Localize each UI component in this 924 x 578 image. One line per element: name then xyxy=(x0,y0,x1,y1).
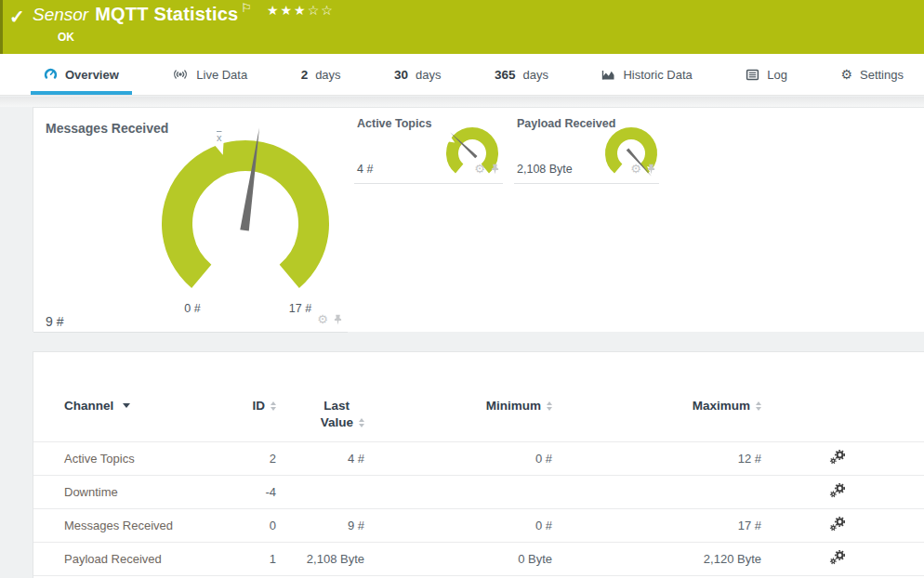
status-ok-check-icon: ✓ xyxy=(9,6,25,28)
sort-toggle-icon[interactable] xyxy=(359,418,364,427)
tab-live-data[interactable]: Live Data xyxy=(159,54,260,95)
channel-settings-cell xyxy=(761,508,914,542)
page-title: MQTT Statistics xyxy=(95,4,238,24)
tab-shadow-band xyxy=(0,97,924,107)
header-edge-strip xyxy=(0,0,3,54)
gauge-current-value: 9 # xyxy=(46,314,63,329)
tab-label: Historic Data xyxy=(623,68,692,82)
gear-icon[interactable]: ⚙ xyxy=(317,313,328,325)
channel-id: 1 xyxy=(244,542,276,575)
channel-minimum: 0 # xyxy=(364,441,552,475)
tab-30-days[interactable]: 30 days xyxy=(381,54,455,95)
channel-settings-gears-icon[interactable] xyxy=(829,517,846,534)
tab-settings[interactable]: ⚙ Settings xyxy=(827,54,917,95)
table-row: Payload Received 1 2,108 Byte 0 Byte 2,1… xyxy=(33,542,924,575)
channel-minimum: 0 Byte xyxy=(364,542,552,575)
tab-label: Overview xyxy=(65,68,119,82)
table-header-row: Channel ID Last xyxy=(33,386,924,441)
table-row: Downtime -4 xyxy=(33,475,924,508)
table-row: Active Topics 2 4 # 0 # 12 # xyxy=(33,441,924,475)
tab-2-days[interactable]: 2 days xyxy=(288,54,354,95)
table-row: Messages Received 0 9 # 0 # 17 # xyxy=(33,508,924,542)
tab-label: Live Data xyxy=(196,68,247,82)
sensor-title-line: SensorMQTT Statistics⚐★★★☆☆ xyxy=(33,4,335,25)
settings-gear-icon: ⚙ xyxy=(840,68,852,81)
channel-settings-cell xyxy=(761,542,914,575)
channel-last-value: 9 # xyxy=(276,508,364,542)
channels-table-card: Channel ID Last xyxy=(33,351,924,578)
channel-minimum: 0 # xyxy=(364,508,552,542)
tab-number: 365 xyxy=(495,68,516,82)
gauge-tile-messages-received: Messages Received x 0 # 17 # 9 # ⚙ xyxy=(33,108,348,333)
column-header-spacer xyxy=(914,386,924,441)
gauge-min-label: 0 # xyxy=(174,302,211,315)
prtg-sensor-page: ✓ SensorMQTT Statistics⚐★★★☆☆ OK Overvie… xyxy=(0,0,924,578)
priority-stars[interactable]: ★★★☆☆ xyxy=(267,3,335,18)
sensor-header: ✓ SensorMQTT Statistics⚐★★★☆☆ OK xyxy=(0,0,924,54)
channel-name: Payload Received xyxy=(33,542,244,575)
channel-name: Messages Received xyxy=(33,508,244,542)
channel-minimum xyxy=(364,475,552,508)
channel-settings-gears-icon[interactable] xyxy=(829,550,846,568)
pin-icon[interactable] xyxy=(333,314,343,325)
stars-empty: ☆☆ xyxy=(308,3,335,18)
channel-name: Downtime xyxy=(33,475,244,508)
column-header-id[interactable]: ID xyxy=(244,386,276,441)
channel-last-value: 2,108 Byte xyxy=(276,542,364,575)
tab-label: days xyxy=(416,68,441,82)
gauge-current-value: 4 # xyxy=(357,163,373,176)
channel-id: 0 xyxy=(244,508,276,542)
tab-365-days[interactable]: 365 days xyxy=(482,54,561,95)
tab-historic-data[interactable]: Historic Data xyxy=(588,54,705,95)
tab-label: days xyxy=(315,68,340,82)
gauge-current-value: 2,108 Byte xyxy=(517,163,573,176)
channel-name: Active Topics xyxy=(33,441,244,475)
pin-icon[interactable] xyxy=(646,164,656,175)
tab-number: 2 xyxy=(301,68,309,82)
tile-tools: ⚙ xyxy=(317,313,343,325)
status-badge: OK xyxy=(58,31,74,44)
channels-table: Channel ID Last xyxy=(33,386,924,576)
sort-caret-down-icon xyxy=(123,403,130,408)
gear-icon[interactable]: ⚙ xyxy=(474,163,485,175)
sort-toggle-icon[interactable] xyxy=(756,401,761,411)
column-header-maximum[interactable]: Maximum xyxy=(552,386,761,441)
average-marker-symbol: x xyxy=(217,132,222,143)
tab-label: Log xyxy=(767,68,787,82)
gear-icon[interactable]: ⚙ xyxy=(630,163,641,175)
channel-maximum: 17 # xyxy=(552,508,761,542)
live-data-icon xyxy=(172,68,189,81)
column-header-channel[interactable]: Channel xyxy=(33,386,244,441)
tile-tools: ⚙ xyxy=(630,163,656,175)
messages-received-gauge xyxy=(143,120,348,317)
sort-toggle-icon[interactable] xyxy=(271,401,276,411)
log-icon xyxy=(746,69,759,81)
gauge-tile-payload-received: Payload Received 2,108 Byte ⚙ xyxy=(514,108,659,184)
overview-content: Messages Received x 0 # 17 # 9 # ⚙ xyxy=(0,107,924,578)
channel-settings-gears-icon[interactable] xyxy=(829,483,846,501)
column-header-last-value[interactable]: Last Value xyxy=(276,386,364,441)
tab-label: Settings xyxy=(860,68,904,82)
flag-icon[interactable]: ⚐ xyxy=(241,1,252,15)
channel-id: 2 xyxy=(244,441,276,475)
tab-log[interactable]: Log xyxy=(733,54,800,95)
channel-settings-cell xyxy=(761,441,914,475)
tab-overview[interactable]: Overview xyxy=(31,54,132,95)
channel-last-value: 4 # xyxy=(276,441,364,475)
historic-data-icon xyxy=(601,69,615,81)
channel-settings-gears-icon[interactable] xyxy=(829,450,846,467)
channel-id: -4 xyxy=(244,475,276,508)
tile-tools: ⚙ xyxy=(474,163,500,175)
sort-toggle-icon[interactable] xyxy=(547,401,552,411)
channel-last-value xyxy=(276,475,364,508)
tab-number: 30 xyxy=(394,68,408,82)
gauge-title: Active Topics xyxy=(357,117,431,130)
column-header-minimum[interactable]: Minimum xyxy=(364,386,552,441)
overview-gauge-icon xyxy=(44,68,58,81)
tab-label: days xyxy=(523,68,548,82)
stars-filled: ★★★ xyxy=(267,3,308,18)
pin-icon[interactable] xyxy=(490,164,500,175)
tab-bar: Overview Live Data 2 days 30 days 365 da… xyxy=(0,54,924,96)
sensor-type-label: Sensor xyxy=(33,5,88,24)
gauges-card: Messages Received x 0 # 17 # 9 # ⚙ xyxy=(33,107,924,332)
